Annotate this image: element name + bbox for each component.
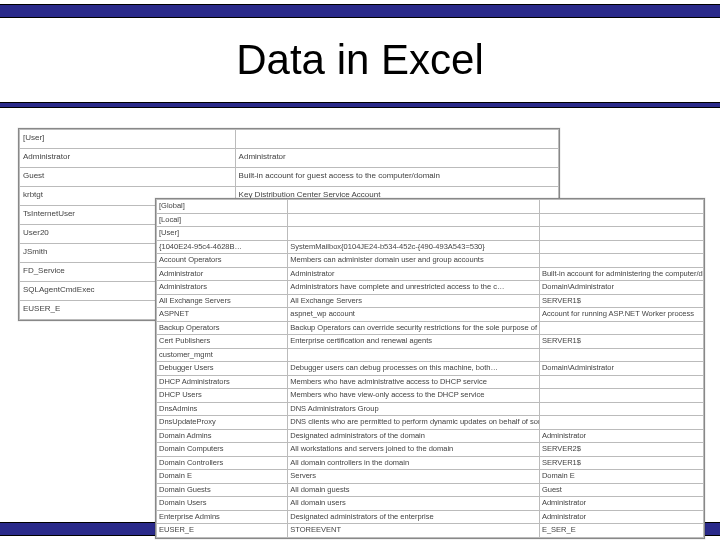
table-row: Account OperatorsMembers can administer … [157, 254, 704, 268]
cell: Members who have administrative access t… [288, 375, 540, 389]
cell: Administrator [539, 497, 703, 511]
cell [539, 416, 703, 430]
cell [539, 213, 703, 227]
table-row: Domain AdminsDesignated administrators o… [157, 429, 704, 443]
cell: SERVER2$ [539, 443, 703, 457]
cell: Built-in account for guest access to the… [235, 168, 558, 187]
cell: Administrators have complete and unrestr… [288, 281, 540, 295]
top-bar [0, 4, 720, 18]
cell: DnsAdmins [157, 402, 288, 416]
cell: EUSER_E [157, 524, 288, 538]
cell: DHCP Administrators [157, 375, 288, 389]
cell: Administrator [235, 149, 558, 168]
cell: Domain\Administrator [539, 362, 703, 376]
cell: Enterprise Admins [157, 510, 288, 524]
cell: Guest [539, 483, 703, 497]
cell [539, 254, 703, 268]
cell: DNS Administrators Group [288, 402, 540, 416]
table-row: ASPNETaspnet_wp accountAccount for runni… [157, 308, 704, 322]
cell: ASPNET [157, 308, 288, 322]
cell [235, 130, 558, 149]
cell [288, 200, 540, 214]
table-row: GuestBuilt-in account for guest access t… [20, 168, 559, 187]
cell [539, 375, 703, 389]
cell: All Exchange Servers [157, 294, 288, 308]
cell: Cert Publishers [157, 335, 288, 349]
cell: Administrator [157, 267, 288, 281]
cell: Servers [288, 470, 540, 484]
cell [539, 402, 703, 416]
cell: Administrator [539, 429, 703, 443]
excel-table-front: [Global][Local][User]{1040E24-95c4-4628B… [155, 198, 705, 539]
table-row: [User] [20, 130, 559, 149]
cell: Domain\Administrator [539, 281, 703, 295]
cell [539, 200, 703, 214]
cell: All workstations and servers joined to t… [288, 443, 540, 457]
cell: All domain users [288, 497, 540, 511]
cell [288, 227, 540, 241]
cell: {1040E24-95c4-4628B… [157, 240, 288, 254]
cell: Domain Controllers [157, 456, 288, 470]
cell: [User] [157, 227, 288, 241]
table-row: AdministratorAdministrator [20, 149, 559, 168]
cell: Domain E [539, 470, 703, 484]
cell: Administrator [539, 510, 703, 524]
cell: Guest [20, 168, 236, 187]
table-row: DnsUpdateProxyDNS clients who are permit… [157, 416, 704, 430]
slide: Data in Excel [User]AdministratorAdminis… [0, 0, 720, 540]
table-row: Domain ControllersAll domain controllers… [157, 456, 704, 470]
cell: All domain guests [288, 483, 540, 497]
table-row: Domain GuestsAll domain guestsGuest [157, 483, 704, 497]
cell [288, 213, 540, 227]
cell [539, 240, 703, 254]
slide-title: Data in Excel [0, 36, 720, 84]
cell [539, 389, 703, 403]
title-underline-bar [0, 102, 720, 108]
cell: Backup Operators can override security r… [288, 321, 540, 335]
table-row: All Exchange ServersAll Exchange Servers… [157, 294, 704, 308]
cell: Members can administer domain user and g… [288, 254, 540, 268]
table-row: DHCP AdministratorsMembers who have admi… [157, 375, 704, 389]
table-row: Cert PublishersEnterprise certification … [157, 335, 704, 349]
cell: SERVER1$ [539, 335, 703, 349]
table-row: customer_mgmt [157, 348, 704, 362]
cell: SystemMailbox{0104JE24-b534-452c-{490-49… [288, 240, 540, 254]
cell: SERVER1$ [539, 294, 703, 308]
cell: Designated administrators of the domain [288, 429, 540, 443]
cell: Backup Operators [157, 321, 288, 335]
cell: E_SER_E [539, 524, 703, 538]
cell: Debugger users can debug processes on th… [288, 362, 540, 376]
cell: Administrator [20, 149, 236, 168]
cell: Account for running ASP.NET Worker proce… [539, 308, 703, 322]
cell: SERVER1$ [539, 456, 703, 470]
cell: [User] [20, 130, 236, 149]
table-row: AdministratorAdministratorBuilt-in accou… [157, 267, 704, 281]
cell [288, 348, 540, 362]
table-row: Backup OperatorsBackup Operators can ove… [157, 321, 704, 335]
cell [539, 227, 703, 241]
table-row: DHCP UsersMembers who have view-only acc… [157, 389, 704, 403]
cell: Domain Computers [157, 443, 288, 457]
cell: DHCP Users [157, 389, 288, 403]
cell: Domain E [157, 470, 288, 484]
cell: Enterprise certification and renewal age… [288, 335, 540, 349]
cell: customer_mgmt [157, 348, 288, 362]
cell: All Exchange Servers [288, 294, 540, 308]
table-row: Enterprise AdminsDesignated administrato… [157, 510, 704, 524]
cell: Account Operators [157, 254, 288, 268]
cell: Administrators [157, 281, 288, 295]
cell [539, 348, 703, 362]
cell: DnsUpdateProxy [157, 416, 288, 430]
cell: Domain Admins [157, 429, 288, 443]
cell: Domain Users [157, 497, 288, 511]
cell: Members who have view-only access to the… [288, 389, 540, 403]
cell: All domain controllers in the domain [288, 456, 540, 470]
table-row: DnsAdminsDNS Administrators Group [157, 402, 704, 416]
cell: Administrator [288, 267, 540, 281]
table-row: AdministratorsAdministrators have comple… [157, 281, 704, 295]
table-row: [Local] [157, 213, 704, 227]
table-row: Domain UsersAll domain usersAdministrato… [157, 497, 704, 511]
cell: Domain Guests [157, 483, 288, 497]
cell: Built-in account for administering the c… [539, 267, 703, 281]
table-row: Debugger UsersDebugger users can debug p… [157, 362, 704, 376]
